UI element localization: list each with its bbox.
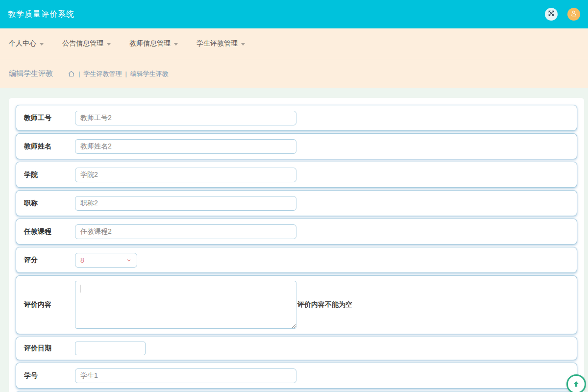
arrow-up-icon: [572, 380, 581, 389]
field-label: 学号: [24, 371, 75, 380]
teacher-name-input[interactable]: [75, 139, 296, 154]
college-input[interactable]: [75, 168, 296, 182]
back-to-top-button[interactable]: [566, 374, 586, 392]
chevron-down-icon: [174, 43, 178, 46]
nav-item-label: 教师信息管理: [129, 39, 171, 48]
form-row-college: 学院: [16, 162, 577, 188]
field-label: 教师工号: [24, 114, 75, 122]
nav-item-label: 个人中心: [9, 39, 36, 48]
form-row-teacher-id: 教师工号: [16, 105, 577, 131]
breadcrumb-bar: 编辑学生评教 | 学生评教管理 | 编辑学生评教: [0, 59, 588, 88]
job-title-input[interactable]: [75, 196, 296, 211]
score-select[interactable]: 8: [75, 253, 137, 268]
home-icon[interactable]: [68, 70, 75, 77]
field-label: 职称: [24, 199, 75, 208]
edit-evaluation-form: 教师工号 教师姓名 学院 职称 任教课程 评分 8: [9, 98, 584, 392]
nav-item-evaluation-mgmt[interactable]: 学生评教管理: [196, 39, 245, 48]
comment-textarea[interactable]: [75, 281, 296, 329]
header-actions: [545, 8, 580, 21]
page-title: 编辑学生评教: [9, 69, 53, 78]
validation-error-message: 评价内容不能为空: [297, 300, 352, 309]
course-input[interactable]: [75, 224, 296, 239]
chevron-down-icon: [107, 43, 111, 46]
form-row-job-title: 职称: [16, 190, 577, 216]
breadcrumb-separator: |: [78, 70, 80, 77]
field-label: 教师姓名: [24, 142, 75, 151]
main-nav: 个人中心 公告信息管理 教师信息管理 学生评教管理: [0, 28, 588, 59]
comment-textarea-wrap: [75, 281, 296, 329]
breadcrumb: | 学生评教管理 | 编辑学生评教: [68, 70, 169, 78]
form-row-comment: 评价内容 评价内容不能为空: [16, 275, 577, 334]
person-icon: [570, 9, 578, 19]
field-label: 评价日期: [24, 344, 75, 353]
breadcrumb-item-current: 编辑学生评教: [130, 70, 169, 78]
form-row-student-id: 学号: [16, 363, 577, 389]
student-id-input[interactable]: [75, 368, 296, 383]
nav-item-announcement-mgmt[interactable]: 公告信息管理: [62, 39, 111, 48]
field-label: 评价内容: [24, 300, 75, 309]
chevron-down-icon: [241, 43, 245, 46]
field-label: 任教课程: [24, 227, 75, 236]
teacher-id-input[interactable]: [75, 111, 296, 125]
form-row-teacher-name: 教师姓名: [16, 133, 577, 159]
fullscreen-button[interactable]: [545, 8, 558, 21]
form-row-course: 任教课程: [16, 219, 577, 245]
breadcrumb-item-parent[interactable]: 学生评教管理: [83, 70, 122, 78]
score-select-value: 8: [80, 256, 84, 264]
app-title: 教学质量评价系统: [8, 9, 74, 20]
chevron-down-icon: [40, 43, 44, 46]
nav-item-label: 公告信息管理: [62, 39, 103, 48]
breadcrumb-separator: |: [125, 70, 126, 77]
eval-date-input[interactable]: [75, 342, 146, 355]
field-label: 评分: [24, 256, 75, 265]
app-header: 教学质量评价系统: [0, 0, 588, 28]
user-avatar[interactable]: [567, 8, 580, 21]
text-cursor: [80, 285, 80, 293]
chevron-down-icon: [126, 257, 132, 263]
nav-item-teacher-mgmt[interactable]: 教师信息管理: [129, 39, 178, 48]
field-label: 学院: [24, 171, 75, 179]
form-row-eval-date: 评价日期: [16, 337, 577, 360]
form-row-score: 评分 8: [16, 247, 577, 273]
main-content: 教师工号 教师姓名 学院 职称 任教课程 评分 8: [0, 98, 588, 392]
nav-item-label: 学生评教管理: [196, 39, 238, 48]
nav-item-personal-center[interactable]: 个人中心: [9, 39, 44, 48]
expand-arrows-icon: [547, 9, 555, 19]
